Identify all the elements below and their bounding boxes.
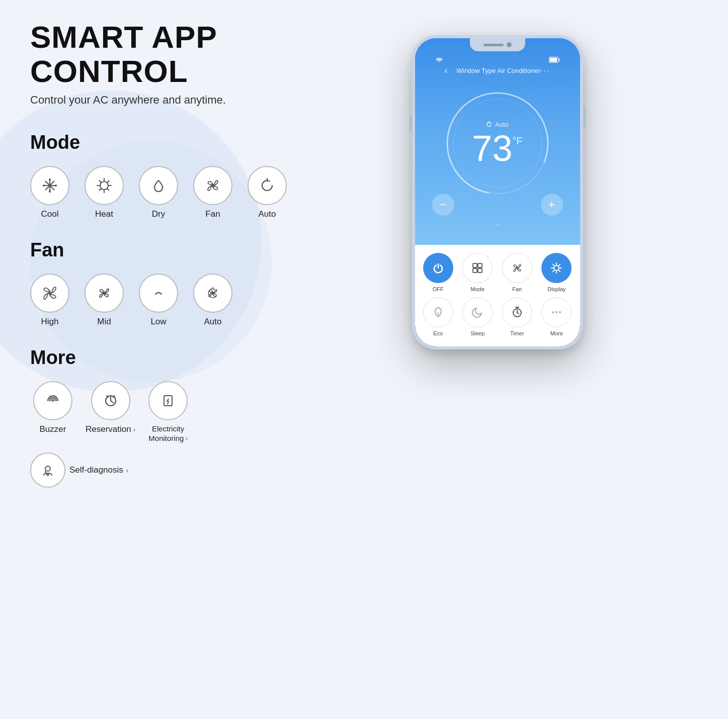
more-reservation[interactable]: Reservation › — [86, 381, 135, 434]
temperature-value: 73 — [472, 130, 512, 166]
swing-indicator: ⌒ — [493, 223, 502, 235]
buzzer-icon — [33, 381, 72, 420]
page-subtitle: Control your AC anywhere and anytime. — [30, 94, 297, 107]
svg-point-59 — [552, 311, 554, 313]
svg-rect-39 — [473, 263, 477, 267]
temp-dial: Auto 73 °F — [437, 83, 558, 204]
fan-auto-icon — [193, 274, 232, 313]
cool-label: Cool — [41, 209, 59, 219]
app-title: Window Type Air Conditioner — [456, 67, 540, 74]
svg-rect-41 — [473, 268, 477, 273]
mode-btn-label: Mode — [470, 286, 484, 292]
display-icon — [541, 253, 572, 283]
phone-notch — [470, 38, 525, 51]
page-title: SMART APP CONTROL — [30, 20, 297, 88]
eco-icon — [423, 297, 453, 327]
fan-mid-label: Mid — [97, 317, 111, 327]
fan-low[interactable]: Low — [139, 274, 178, 327]
temp-value-row: 73 °F — [472, 130, 522, 166]
more-buzzer[interactable]: Buzzer — [30, 381, 75, 434]
fan-icon — [193, 166, 232, 205]
phone-screen: ‹ Window Type Air Conditioner ··· — [415, 38, 580, 346]
fan-btn-label: Fan — [512, 286, 522, 292]
svg-point-10 — [100, 182, 108, 190]
fan-section: Fan High — [30, 239, 297, 327]
mode-icons-row: Cool — [30, 166, 297, 219]
svg-line-17 — [108, 181, 109, 183]
svg-line-49 — [553, 264, 554, 265]
self-diagnosis-icon — [30, 453, 65, 488]
fan-auto-label: Auto — [204, 317, 222, 327]
sleep-icon — [462, 297, 493, 327]
svg-point-61 — [559, 311, 561, 313]
more-electricity[interactable]: Electricity Monitoring › — [145, 381, 191, 442]
mode-heat[interactable]: Heat — [85, 166, 124, 219]
svg-line-50 — [559, 271, 560, 272]
fan-high-label: High — [41, 317, 59, 327]
svg-point-8 — [43, 185, 45, 187]
fan-high[interactable]: High — [30, 274, 69, 327]
app-btn-display[interactable]: Display — [539, 253, 574, 292]
svg-point-44 — [554, 265, 559, 271]
electricity-label: Electricity — [152, 424, 184, 433]
mode-dry[interactable]: Dry — [139, 166, 178, 219]
left-content: SMART APP CONTROL Control your AC anywhe… — [30, 20, 297, 508]
svg-point-24 — [52, 400, 54, 402]
phone-blue-area: ‹ Window Type Air Conditioner ··· — [415, 38, 580, 245]
mode-cool[interactable]: Cool — [30, 166, 69, 219]
mode-fan[interactable]: Fan — [193, 166, 232, 219]
svg-line-56 — [517, 313, 519, 314]
app-btn-eco[interactable]: Eco — [421, 297, 456, 336]
heat-label: Heat — [95, 209, 113, 219]
app-btn-fan[interactable]: Fan — [500, 253, 535, 292]
off-label: OFF — [433, 286, 444, 292]
svg-rect-40 — [478, 263, 482, 267]
fan-auto[interactable]: Auto — [193, 274, 232, 327]
app-btn-off[interactable]: OFF — [421, 253, 456, 292]
auto-icon — [248, 166, 287, 205]
reservation-arrow: › — [133, 426, 135, 433]
more-label: More — [550, 330, 563, 336]
svg-point-20 — [48, 292, 51, 295]
app-btn-timer[interactable]: Timer — [500, 297, 535, 336]
svg-point-6 — [49, 178, 51, 181]
svg-point-9 — [55, 185, 57, 187]
phone-device: ‹ Window Type Air Conditioner ··· — [412, 35, 583, 349]
eco-label: Eco — [433, 330, 443, 336]
svg-point-7 — [49, 191, 51, 193]
auto-label: Auto — [259, 209, 276, 219]
temp-unit: °F — [512, 135, 522, 147]
heat-icon — [85, 166, 124, 205]
header-more-button[interactable]: ··· — [540, 66, 550, 75]
temp-mode-label: Auto — [495, 121, 509, 128]
svg-point-5 — [48, 184, 51, 187]
fan-heading: Fan — [30, 239, 297, 261]
back-button[interactable]: ‹ — [444, 65, 456, 76]
svg-line-52 — [553, 271, 554, 272]
fan-mid[interactable]: Mid — [85, 274, 124, 327]
phone-power-button — [583, 106, 586, 128]
sleep-label: Sleep — [470, 330, 484, 336]
self-diagnosis-arrow: › — [126, 467, 128, 474]
app-btn-sleep[interactable]: Sleep — [460, 297, 495, 336]
power-icon — [423, 253, 453, 283]
cool-icon — [30, 166, 69, 205]
svg-point-31 — [45, 466, 50, 471]
mode-heading: Mode — [30, 132, 297, 153]
reservation-label: Reservation — [86, 424, 131, 434]
phone-white-area: OFF Mode — [415, 245, 580, 346]
phone-container: ‹ Window Type Air Conditioner ··· — [297, 20, 698, 508]
self-diagnosis-row[interactable]: Self-diagnosis › — [30, 453, 297, 488]
app-btn-more[interactable]: More — [539, 297, 574, 336]
timer-icon — [502, 297, 532, 327]
svg-line-15 — [100, 181, 101, 183]
mode-auto[interactable]: Auto — [248, 166, 287, 219]
fan-btn-icon — [502, 253, 532, 283]
electricity-icon — [148, 381, 188, 420]
temp-display: Auto 73 °F — [472, 121, 522, 166]
more-dots-icon — [541, 297, 572, 327]
svg-point-60 — [555, 311, 557, 313]
app-btn-mode[interactable]: Mode — [460, 253, 495, 292]
mode-section: Mode — [30, 132, 297, 219]
svg-rect-42 — [478, 268, 482, 273]
